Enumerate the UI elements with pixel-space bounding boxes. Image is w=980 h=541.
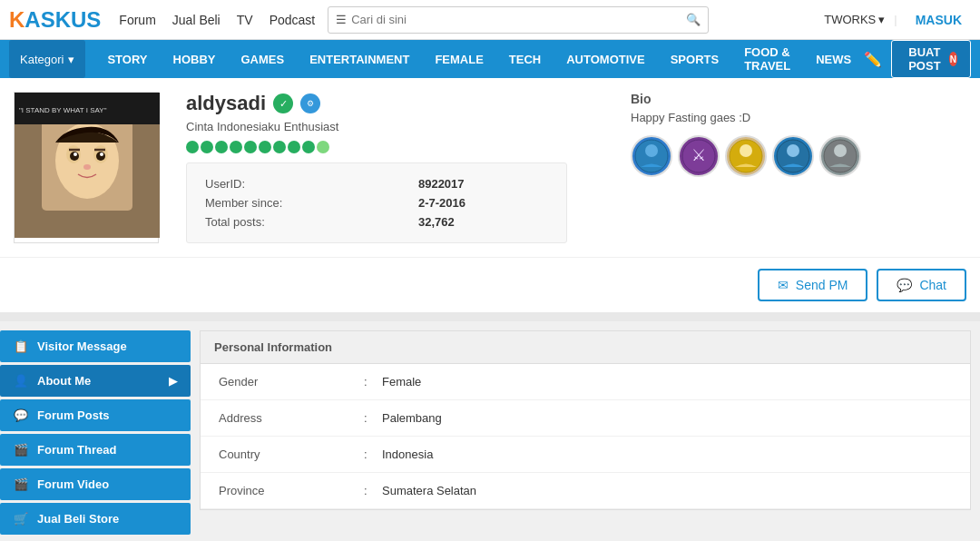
rep-dot-7 [273, 141, 286, 153]
section-divider [0, 312, 980, 321]
sidebar-item-about-me[interactable]: 👤 About Me ▶ [0, 365, 191, 397]
cat-nav-links: STORY HOBBY GAMES ENTERTAINMENT FEMALE T… [94, 40, 864, 78]
userid-value: 8922017 [414, 174, 553, 193]
achievement-badge-4[interactable] [772, 135, 814, 177]
sidebar-item-forum-thread[interactable]: 🎬 Forum Thread [0, 434, 191, 466]
info-row-address: Address : Palembang [201, 400, 970, 437]
country-value: Indonesia [382, 448, 433, 461]
cat-tech[interactable]: TECH [496, 40, 554, 78]
achievement-badges: ⚔ [631, 135, 957, 177]
about-me-icon: 👤 [14, 374, 28, 388]
sidebar-item-forum-video[interactable]: 🎬 Forum Video [0, 468, 191, 500]
cat-entertainment[interactable]: ENTERTAINMENT [297, 40, 422, 78]
achievement-badge-1[interactable] [631, 135, 672, 177]
country-label: Country [219, 448, 364, 461]
total-posts-strong: 32,762 [418, 215, 455, 229]
personal-info-header-text: Personal Information [214, 340, 332, 354]
profile-inner: "I STAND BY WHAT I SAY" aldysadi ✓ ⚙ Cin… [14, 92, 957, 243]
cat-sports[interactable]: SPORTS [658, 40, 731, 78]
gender-label: Gender [219, 375, 364, 389]
search-area: ☰ 🔍 [328, 6, 709, 34]
svg-point-9 [74, 152, 77, 156]
table-row: Member since: 2-7-2016 [201, 193, 553, 212]
cat-story[interactable]: STORY [94, 40, 160, 78]
table-row: Total posts: 32,762 [201, 212, 553, 231]
forum-video-icon: 🎬 [14, 477, 28, 491]
buat-post-button[interactable]: BUAT POST N [891, 40, 971, 78]
sidebar-item-jual-beli-store[interactable]: 🛒 Jual Beli Store [0, 503, 191, 535]
avatar-svg: "I STAND BY WHAT I SAY" [15, 93, 160, 238]
top-navigation: KASKUS Forum Jual Beli TV Podcast ☰ 🔍 TW… [0, 0, 980, 40]
forum-thread-label: Forum Thread [37, 443, 116, 457]
achievement-badge-5[interactable] [819, 135, 861, 177]
achievement-badge-2[interactable]: ⚔ [678, 135, 720, 177]
category-navigation: Kategori ▾ STORY HOBBY GAMES ENTERTAINME… [0, 40, 980, 78]
search-input[interactable] [351, 13, 686, 26]
buat-post-label: BUAT POST [905, 45, 944, 73]
svg-text:"I STAND BY WHAT I SAY": "I STAND BY WHAT I SAY" [19, 106, 107, 114]
top-nav-links: Forum Jual Beli TV Podcast [119, 13, 315, 27]
masuk-button[interactable]: MASUK [906, 8, 971, 32]
notification-badge: N [949, 52, 957, 66]
rep-dot-6 [259, 141, 271, 153]
rep-dot-8 [288, 141, 300, 153]
logo-text: KASKUS [9, 7, 101, 32]
sidebar-item-forum-posts[interactable]: 💬 Forum Posts [0, 399, 191, 431]
bio-section: Bio Happy Fasting gaes :D ⚔ [631, 92, 957, 243]
user-details-table: UserID: 8922017 Member since: 2-7-2016 T… [201, 174, 553, 231]
search-icon-button[interactable]: ☰ [336, 13, 347, 26]
tworks-chevron-icon: ▾ [878, 13, 885, 26]
personal-info-box: Personal Information Gender : Female Add… [200, 330, 971, 510]
rep-dot-1 [186, 141, 199, 153]
logo[interactable]: KASKUS [9, 7, 101, 33]
sidebar-menu: 📋 Visitor Message 👤 About Me ▶ 💬 Forum P… [0, 321, 191, 541]
svg-point-11 [83, 164, 91, 170]
achievement-badge-3[interactable] [725, 135, 767, 177]
kategori-label: Kategori [20, 53, 64, 66]
cat-hobby[interactable]: HOBBY [161, 40, 229, 78]
info-row-province: Province : Sumatera Selatan [201, 473, 970, 509]
nav-podcast[interactable]: Podcast [270, 13, 316, 27]
country-colon: : [364, 448, 382, 461]
kategori-chevron-icon: ▾ [68, 53, 74, 66]
svg-point-23 [834, 144, 847, 157]
rep-dot-2 [201, 141, 213, 153]
member-since-value: 2-7-2016 [414, 193, 553, 212]
tworks-label: TWORKS [824, 13, 876, 26]
about-me-arrow-icon: ▶ [169, 375, 177, 388]
address-colon: : [364, 411, 382, 425]
nav-tv[interactable]: TV [237, 13, 253, 27]
forum-posts-label: Forum Posts [37, 408, 109, 422]
rep-dot-4 [230, 141, 242, 153]
pencil-icon: ✏️ [864, 51, 882, 68]
bio-text: Happy Fasting gaes :D [631, 111, 957, 124]
cat-female[interactable]: FEMALE [422, 40, 495, 78]
jual-beli-store-icon: 🛒 [14, 512, 28, 526]
svg-point-15 [645, 144, 658, 157]
table-row: UserID: 8922017 [201, 174, 553, 193]
avatar-box: "I STAND BY WHAT I SAY" [14, 92, 159, 243]
send-pm-label: Send PM [796, 278, 848, 292]
address-value: Palembang [382, 411, 442, 425]
kategori-dropdown[interactable]: Kategori ▾ [9, 40, 85, 78]
user-details-box: UserID: 8922017 Member since: 2-7-2016 T… [186, 162, 567, 243]
rep-dot-5 [244, 141, 257, 153]
forum-video-label: Forum Video [37, 477, 109, 491]
forum-thread-icon: 🎬 [14, 443, 28, 457]
cat-food-travel[interactable]: FOOD & TRAVEL [731, 40, 803, 78]
cat-games[interactable]: GAMES [228, 40, 297, 78]
cat-automotive[interactable]: AUTOMOTIVE [554, 40, 657, 78]
svg-point-10 [100, 152, 103, 156]
send-pm-button[interactable]: ✉ Send PM [758, 269, 868, 301]
address-label: Address [219, 411, 364, 425]
cat-news[interactable]: NEWS [803, 40, 864, 78]
tworks-link[interactable]: TWORKS ▾ [824, 13, 885, 26]
info-row-country: Country : Indonesia [201, 437, 970, 473]
rep-dot-3 [215, 141, 228, 153]
gender-value: Female [382, 375, 421, 389]
chat-button[interactable]: 💬 Chat [877, 269, 966, 301]
cat-nav-right: ✏️ BUAT POST N [864, 40, 971, 78]
nav-forum[interactable]: Forum [119, 13, 155, 27]
nav-jualbeli[interactable]: Jual Beli [172, 13, 220, 27]
sidebar-item-visitor-message[interactable]: 📋 Visitor Message [0, 330, 191, 362]
